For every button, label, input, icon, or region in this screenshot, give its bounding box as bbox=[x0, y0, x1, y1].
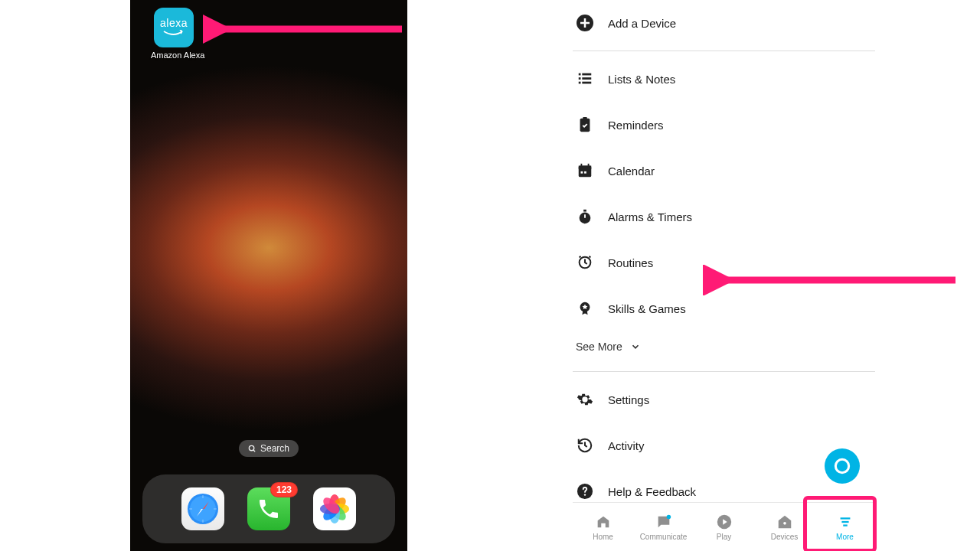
clipboard-check-icon bbox=[576, 116, 594, 134]
menu-label: Alarms & Timers bbox=[608, 210, 692, 223]
menu-label: Calendar bbox=[608, 165, 655, 178]
menu-reminders[interactable]: Reminders bbox=[573, 102, 875, 148]
search-label: Search bbox=[260, 443, 289, 454]
calendar-icon bbox=[576, 161, 594, 180]
devices-icon bbox=[776, 514, 793, 530]
svg-point-40 bbox=[835, 459, 848, 472]
tab-home[interactable]: Home bbox=[576, 509, 631, 546]
gear-icon bbox=[576, 390, 594, 409]
question-circle-icon bbox=[576, 482, 594, 500]
menu-skills[interactable]: Skills & Games bbox=[573, 285, 875, 331]
svg-rect-23 bbox=[582, 77, 591, 80]
svg-rect-32 bbox=[584, 171, 586, 174]
chevron-down-icon bbox=[630, 341, 641, 352]
stopwatch-icon bbox=[576, 207, 594, 226]
svg-rect-24 bbox=[579, 82, 581, 84]
menu-label: Routines bbox=[608, 256, 653, 269]
menu-settings[interactable]: Settings bbox=[573, 377, 875, 422]
search-icon bbox=[248, 445, 256, 453]
compass-icon bbox=[186, 492, 220, 526]
menu-label: Reminders bbox=[608, 119, 664, 132]
see-more-toggle[interactable]: See More bbox=[573, 331, 875, 367]
phone-badge: 123 bbox=[270, 482, 298, 497]
svg-point-0 bbox=[249, 445, 253, 450]
alexa-app-icon[interactable]: alexa Amazon Alexa bbox=[151, 8, 197, 60]
menu-label: Activity bbox=[608, 439, 645, 452]
menu-label: Help & Feedback bbox=[608, 485, 696, 498]
alexa-icon: alexa bbox=[154, 8, 194, 47]
tab-play[interactable]: Play bbox=[697, 509, 752, 546]
svg-point-43 bbox=[783, 522, 786, 525]
phone-app-icon[interactable]: 123 bbox=[247, 487, 290, 530]
menu-label: Lists & Notes bbox=[608, 73, 675, 86]
svg-rect-26 bbox=[583, 117, 587, 120]
spotlight-search-button[interactable]: Search bbox=[239, 440, 299, 457]
divider bbox=[573, 51, 875, 51]
list-icon bbox=[576, 70, 594, 88]
menu-calendar[interactable]: Calendar bbox=[573, 148, 875, 194]
routines-icon bbox=[576, 253, 594, 272]
iphone-dock: 123 bbox=[142, 474, 395, 543]
alexa-app-label: Amazon Alexa bbox=[151, 51, 197, 60]
tab-label: More bbox=[836, 533, 854, 541]
safari-app-icon[interactable] bbox=[181, 487, 224, 530]
svg-rect-28 bbox=[579, 166, 592, 170]
skills-badge-icon bbox=[576, 299, 594, 318]
svg-rect-20 bbox=[579, 73, 581, 76]
svg-rect-34 bbox=[583, 210, 586, 212]
more-lines-icon bbox=[837, 514, 854, 530]
bottom-tabbar: Home Communicate Play Devices More bbox=[573, 502, 875, 551]
tab-more[interactable]: More bbox=[818, 509, 873, 546]
tab-label: Play bbox=[717, 533, 731, 541]
tab-devices[interactable]: Devices bbox=[757, 509, 812, 546]
menu-add-device[interactable]: Add a Device bbox=[573, 0, 875, 46]
alexa-voice-fab[interactable] bbox=[825, 448, 860, 484]
photos-app-icon[interactable] bbox=[313, 487, 356, 530]
svg-point-41 bbox=[666, 514, 671, 519]
svg-rect-25 bbox=[582, 82, 591, 84]
svg-rect-22 bbox=[579, 77, 581, 80]
menu-routines[interactable]: Routines bbox=[573, 240, 875, 285]
home-icon bbox=[595, 514, 612, 530]
phone-icon bbox=[256, 497, 281, 521]
plus-circle-icon bbox=[576, 14, 594, 32]
menu-label: Skills & Games bbox=[608, 302, 686, 315]
menu-label: Add a Device bbox=[608, 17, 676, 30]
alexa-smile-icon bbox=[162, 30, 185, 37]
svg-line-1 bbox=[253, 449, 255, 451]
tab-label: Communicate bbox=[640, 533, 688, 541]
menu-lists[interactable]: Lists & Notes bbox=[573, 56, 875, 102]
svg-rect-21 bbox=[582, 73, 591, 76]
play-circle-icon bbox=[716, 514, 733, 530]
chat-icon bbox=[655, 514, 672, 530]
tab-label: Home bbox=[593, 533, 613, 541]
tab-label: Devices bbox=[771, 533, 799, 541]
iphone-homescreen: alexa Amazon Alexa Search bbox=[130, 0, 407, 551]
divider bbox=[573, 371, 875, 372]
see-more-label: See More bbox=[576, 341, 622, 353]
svg-rect-31 bbox=[581, 171, 583, 174]
alexa-more-panel: Add a Device Lists & Notes Reminders Cal… bbox=[573, 0, 875, 551]
history-icon bbox=[576, 436, 594, 455]
menu-label: Settings bbox=[608, 393, 649, 406]
tab-communicate[interactable]: Communicate bbox=[636, 509, 691, 546]
svg-point-39 bbox=[584, 494, 586, 495]
menu-alarms[interactable]: Alarms & Timers bbox=[573, 194, 875, 240]
photos-flower-icon bbox=[318, 492, 351, 526]
alexa-icon-text: alexa bbox=[160, 18, 188, 28]
alexa-ring-icon bbox=[832, 456, 852, 476]
